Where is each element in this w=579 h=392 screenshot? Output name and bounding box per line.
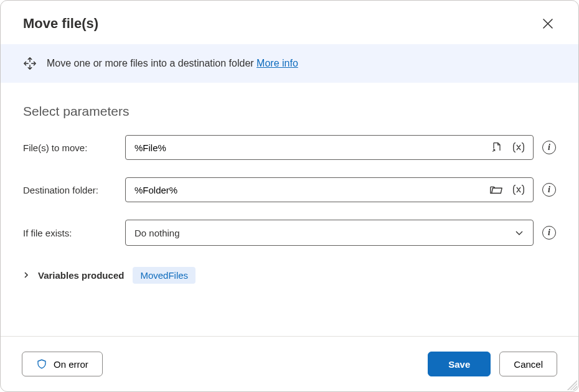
if-file-exists-row: If file exists: Do nothing i <box>23 220 556 246</box>
dialog-title: Move file(s) <box>23 16 98 32</box>
variable-icon <box>512 184 525 196</box>
on-error-button[interactable]: On error <box>22 352 103 376</box>
more-info-link[interactable]: More info <box>257 58 298 68</box>
file-icon <box>491 141 503 154</box>
destination-folder-field[interactable] <box>125 177 534 202</box>
variable-icon <box>512 141 525 154</box>
if-file-exists-label: If file exists: <box>23 228 125 238</box>
help-icon[interactable]: i <box>542 183 556 197</box>
info-band: Move one or more files into a destinatio… <box>1 44 578 83</box>
destination-folder-input[interactable] <box>134 185 488 195</box>
save-button[interactable]: Save <box>428 352 491 376</box>
cancel-button[interactable]: Cancel <box>499 352 557 376</box>
destination-folder-label: Destination folder: <box>23 185 125 195</box>
files-to-move-label: File(s) to move: <box>23 142 125 153</box>
variable-tag[interactable]: MovedFiles <box>133 267 195 284</box>
browse-folder-button[interactable] <box>488 182 504 197</box>
if-file-exists-value: Do nothing <box>134 228 180 238</box>
chevron-down-icon <box>514 228 524 238</box>
move-arrows-icon <box>23 57 37 70</box>
move-files-dialog: Move file(s) Move one or more files into… <box>0 0 579 392</box>
if-file-exists-select[interactable]: Do nothing <box>125 220 534 246</box>
section-heading: Select parameters <box>23 104 556 119</box>
close-icon <box>542 18 553 29</box>
files-to-move-row: File(s) to move: i <box>23 135 556 160</box>
dialog-footer: On error Save Cancel <box>1 336 578 391</box>
chevron-right-icon <box>23 271 29 279</box>
dialog-header: Move file(s) <box>1 1 578 44</box>
resize-grip[interactable] <box>567 380 577 390</box>
info-description: Move one or more files into a destinatio… <box>47 58 298 69</box>
insert-variable-button[interactable] <box>511 140 527 155</box>
insert-variable-button[interactable] <box>511 182 527 197</box>
variables-produced-row[interactable]: Variables produced MovedFiles <box>23 263 556 284</box>
help-icon[interactable]: i <box>542 226 556 240</box>
shield-icon <box>36 358 47 370</box>
destination-folder-row: Destination folder: i <box>23 177 556 202</box>
browse-file-button[interactable] <box>489 140 504 155</box>
files-to-move-input[interactable] <box>134 142 489 153</box>
files-to-move-field[interactable] <box>125 135 534 160</box>
help-icon[interactable]: i <box>542 141 556 154</box>
dialog-body: Select parameters File(s) to move: i <box>1 83 578 336</box>
folder-icon <box>489 184 503 196</box>
variables-produced-label: Variables produced <box>38 270 124 281</box>
close-button[interactable] <box>539 14 557 33</box>
